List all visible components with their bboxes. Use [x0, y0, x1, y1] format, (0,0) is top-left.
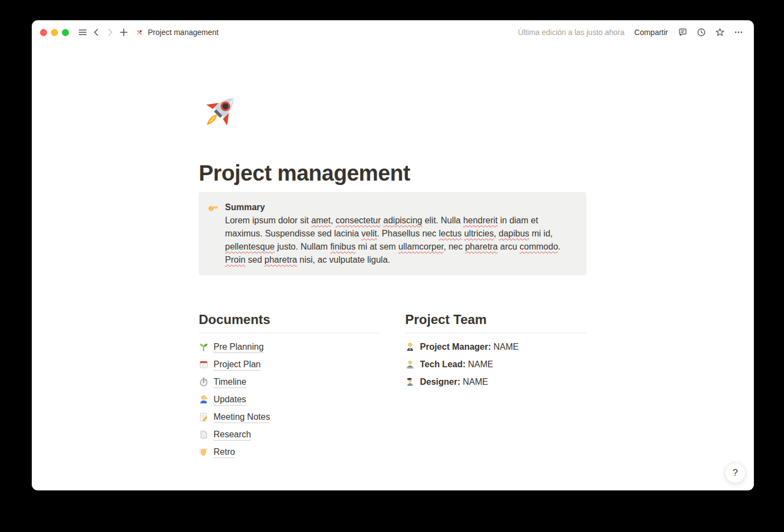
callout-text-segment: . Phasellus nec: [377, 229, 439, 238]
page-content: Project management Summary Lorem ipsum d…: [32, 44, 586, 461]
breadcrumb-title: Project management: [148, 28, 218, 37]
team-member-tech-lead: Tech Lead: NAME: [405, 356, 586, 373]
misspelled-word: pellentesque: [225, 242, 275, 251]
project-team-section: Project Team Project Manager: NAMETech L…: [405, 311, 586, 461]
new-page-icon[interactable]: [117, 26, 130, 39]
misspelled-word: ullamcorper: [399, 242, 444, 251]
misspelled-word: finibus: [330, 242, 355, 251]
documents-list: Pre PlanningProject PlanTimelineUpdatesM…: [199, 338, 380, 461]
last-edited-status: Última edición a las justo ahora: [518, 28, 625, 37]
calendar-icon: [199, 360, 209, 369]
page-title[interactable]: Project management: [199, 160, 586, 186]
callout-body: Lorem ipsum dolor sit amet, consectetur …: [225, 214, 578, 267]
clapping-hands-icon: [199, 447, 209, 457]
project-team-divider: [405, 333, 586, 333]
callout-text-segment: , nec: [443, 242, 465, 251]
misspelled-word: lectus: [439, 229, 462, 238]
misspelled-word: Proin: [225, 255, 245, 264]
breadcrumb[interactable]: Project management: [135, 28, 218, 37]
help-button[interactable]: ?: [725, 462, 746, 483]
documents-heading: Documents: [199, 311, 380, 328]
team-member-designer: Designer: NAME: [405, 373, 586, 391]
document-link-project-plan[interactable]: Project Plan: [199, 356, 380, 373]
misspelled-word: hendrerit: [463, 216, 498, 225]
callout-text-segment: Lorem ipsum dolor sit: [225, 216, 311, 225]
document-link-research[interactable]: Research: [199, 426, 380, 443]
misspelled-word: commodo: [520, 242, 558, 251]
misspelled-word: pharetra: [465, 242, 498, 251]
zoom-button[interactable]: [62, 29, 69, 36]
more-ellipsis-icon[interactable]: [731, 26, 745, 39]
minimize-button[interactable]: [51, 29, 58, 36]
team-member-project-manager: Project Manager: NAME: [405, 338, 586, 356]
document-link-label: Project Plan: [214, 358, 261, 371]
forward-icon[interactable]: [103, 26, 117, 39]
callout-text-segment: elit. Nulla: [422, 216, 463, 225]
history-clock-icon[interactable]: [694, 26, 708, 39]
man-technologist-icon: [405, 360, 415, 369]
document-link-label: Timeline: [214, 376, 246, 388]
toolbar-actions: Última edición a las justo ahora Compart…: [518, 26, 745, 39]
window-toolbar: Project management Última edición a las …: [32, 20, 754, 44]
callout-text-segment: justo. Nullam: [275, 242, 330, 251]
page-icon: [199, 430, 209, 440]
document-link-label: Retro: [214, 446, 235, 458]
project-team-list: Project Manager: NAMETech Lead: NAMEDesi…: [405, 338, 586, 391]
documents-divider: [199, 333, 380, 333]
two-column-layout: Documents Pre PlanningProject PlanTimeli…: [199, 311, 586, 461]
documents-section: Documents Pre PlanningProject PlanTimeli…: [199, 311, 380, 461]
document-link-label: Research: [214, 429, 251, 441]
team-member-text: Tech Lead: NAME: [420, 360, 493, 369]
share-button[interactable]: Compartir: [635, 28, 668, 37]
callout-text-segment: mi at sem: [355, 242, 398, 251]
woman-office-worker-icon: [405, 342, 415, 352]
misspelled-word: ultricies: [464, 229, 494, 238]
misspelled-word: dapibus: [499, 229, 529, 238]
team-member-text: Designer: NAME: [420, 377, 488, 387]
comments-icon[interactable]: [676, 26, 689, 39]
team-member-text: Project Manager: NAME: [420, 342, 518, 352]
document-link-updates[interactable]: Updates: [199, 391, 380, 408]
rocket-icon: [135, 28, 144, 37]
misspelled-word: velit: [361, 229, 377, 238]
seedling-icon: [199, 342, 209, 352]
callout-text-segment: sed: [245, 255, 264, 264]
document-link-label: Meeting Notes: [214, 411, 270, 423]
callout-text-segment: nisi, ac vulputate ligula.: [297, 255, 390, 264]
callout-text-segment: ,: [494, 229, 499, 238]
man-artist-icon: [405, 377, 415, 387]
page-icon[interactable]: [199, 90, 241, 133]
favorite-star-icon[interactable]: [713, 26, 727, 39]
back-icon[interactable]: [89, 26, 103, 39]
document-link-pre-planning[interactable]: Pre Planning: [199, 338, 380, 356]
memo-icon: [199, 412, 209, 422]
close-button[interactable]: [40, 29, 47, 36]
stopwatch-icon: [199, 377, 209, 387]
misspelled-word: pharetra: [264, 255, 297, 264]
document-link-label: Pre Planning: [214, 341, 264, 353]
document-link-timeline[interactable]: Timeline: [199, 373, 380, 391]
callout-text-segment: ,: [331, 216, 336, 225]
callout-text-segment: arcu: [498, 242, 520, 251]
document-link-retro[interactable]: Retro: [199, 443, 380, 461]
summary-callout: Summary Lorem ipsum dolor sit amet, cons…: [199, 192, 586, 275]
misspelled-word: amet: [311, 216, 331, 225]
callout-heading: Summary: [225, 201, 578, 214]
callout-text-segment: mi id,: [529, 229, 553, 238]
callout-text-segment: .: [558, 242, 560, 251]
misspelled-word: consectetur: [336, 216, 381, 225]
callout-text: Summary Lorem ipsum dolor sit amet, cons…: [225, 201, 578, 267]
document-link-meeting-notes[interactable]: Meeting Notes: [199, 408, 380, 426]
project-team-heading: Project Team: [405, 311, 586, 328]
traffic-lights: [40, 29, 69, 36]
misspelled-word: adipiscing: [383, 216, 422, 225]
sidebar-menu-icon[interactable]: [76, 26, 89, 39]
woman-tipping-hand-icon: [199, 395, 209, 404]
point-right-icon: [207, 202, 219, 213]
document-link-label: Updates: [214, 394, 246, 406]
notion-window: Project management Última edición a las …: [32, 20, 754, 490]
